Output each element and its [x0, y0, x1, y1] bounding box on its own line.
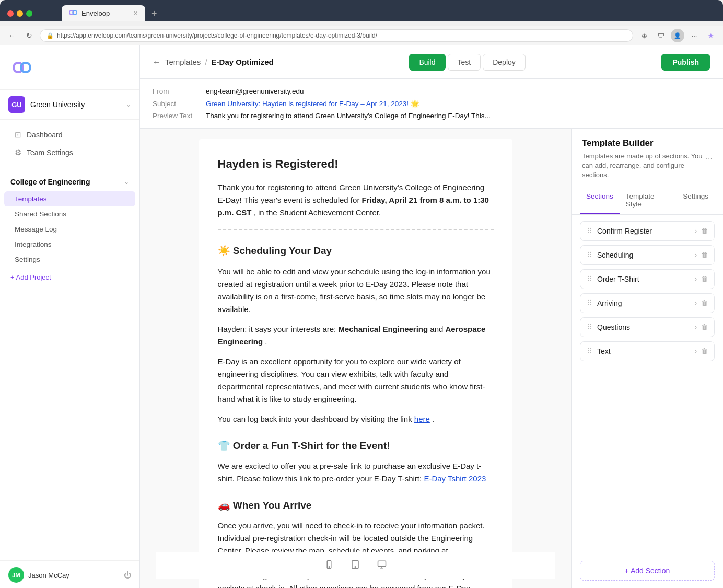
user-info: JM Jason McCay [8, 567, 69, 583]
subject-row: Subject Green University: Hayden is regi… [153, 97, 710, 110]
logout-button[interactable]: ⏻ [124, 571, 131, 579]
address-bar[interactable]: 🔒 https://app.enveloop.com/teams/green-u… [40, 29, 633, 42]
here-link[interactable]: here [414, 414, 430, 423]
section-delete-icon[interactable]: 🗑 [701, 347, 708, 355]
tab-close-icon[interactable]: ✕ [133, 10, 138, 17]
active-tab[interactable]: Enveloop ✕ [62, 5, 145, 21]
user-avatar: JM [8, 567, 24, 583]
tab-build[interactable]: Build [409, 54, 445, 71]
browser-nav-icons: ⊕ 🛡 👤 ··· ★ [637, 29, 718, 42]
interest-1: Mechanical Engineering [338, 325, 428, 333]
sidebar-item-integrations[interactable]: Integrations [4, 237, 135, 252]
sidebar-logo [0, 45, 139, 90]
mobile-view-button[interactable] [320, 558, 338, 573]
section-delete-icon[interactable]: 🗑 [701, 275, 708, 283]
workspace-selector[interactable]: GU Green University ⌄ [0, 90, 139, 120]
tab-settings[interactable]: Settings [677, 187, 715, 214]
breadcrumb-back-icon[interactable]: ← [153, 57, 161, 67]
panel-header-content: Template Builder Templates are made up o… [582, 138, 706, 180]
preview-row: Preview Text Thank you for registering t… [153, 110, 710, 122]
tab-sections[interactable]: Sections [580, 187, 620, 214]
sidebar-item-settings[interactable]: Settings [4, 252, 135, 267]
app-container: GU Green University ⌄ ⊡ Dashboard ⚙ Team… [0, 45, 723, 588]
browser-controls: Enveloop ✕ + [7, 5, 716, 21]
svg-rect-8 [378, 561, 386, 567]
shield-icon[interactable]: 🛡 [654, 29, 668, 42]
panel-sections: ⠿ Confirm Register › 🗑 ⠿ Scheduling › 🗑 … [572, 215, 723, 557]
desktop-view-button[interactable] [372, 558, 391, 573]
section-item-text[interactable]: ⠿ Text › 🗑 [580, 341, 715, 361]
sidebar-item-team-settings[interactable]: ⚙ Team Settings [4, 144, 135, 162]
subject-label: Subject [153, 100, 200, 108]
panel-header: Template Builder Templates are made up o… [572, 129, 723, 187]
browser-nav: ← ↻ 🔒 https://app.enveloop.com/teams/gre… [0, 26, 723, 45]
section-expand-icon[interactable]: › [695, 299, 697, 307]
project-chevron-icon: ⌄ [124, 178, 129, 186]
email-heading: Hayden is Registered! [218, 155, 494, 173]
section-expand-icon[interactable]: › [695, 347, 697, 355]
breadcrumb-templates-link[interactable]: Templates [165, 57, 201, 66]
section-delete-icon[interactable]: 🗑 [701, 323, 708, 331]
section-delete-icon[interactable]: 🗑 [701, 227, 708, 235]
subject-link[interactable]: Green University: Hayden is registered f… [206, 100, 419, 108]
breadcrumb-current: E-Day Optimized [212, 57, 274, 66]
project-header[interactable]: College of Engineering ⌄ [0, 175, 139, 189]
panel-description: Templates are made up of sections. You c… [582, 152, 706, 180]
add-section-button[interactable]: + Add Section [580, 561, 715, 581]
section-item-scheduling[interactable]: ⠿ Scheduling › 🗑 [580, 245, 715, 265]
publish-button[interactable]: Publish [661, 54, 710, 71]
workspace-avatar: GU [8, 96, 25, 113]
drag-handle-icon: ⠿ [587, 275, 592, 283]
section-item-arriving[interactable]: ⠿ Arriving › 🗑 [580, 293, 715, 313]
sidebar-item-templates[interactable]: Templates [4, 191, 135, 206]
section-delete-icon[interactable]: 🗑 [701, 299, 708, 307]
email-preview[interactable]: Hayden is Registered! Thank you for regi… [140, 129, 572, 588]
profile-icon[interactable]: 👤 [671, 29, 684, 42]
section-name: Confirm Register [597, 227, 695, 235]
sidebar-item-label: Team Settings [27, 148, 73, 157]
top-bar-tabs: Build Test Deploy [409, 54, 525, 71]
maximize-button[interactable] [26, 10, 32, 17]
arrive-heading: 🚗 When You Arrive [218, 498, 494, 513]
browser-tab-bar: Enveloop ✕ + [62, 5, 161, 21]
project-items: Templates Shared Sections Message Log In… [0, 189, 139, 269]
panel-menu-icon[interactable]: ··· [706, 154, 713, 164]
main-content: ← Templates / E-Day Optimized Build Test… [140, 45, 723, 588]
back-button[interactable]: ← [5, 30, 19, 41]
panel-tabs: Sections Template Style Settings [572, 187, 723, 215]
section-name: Order T-Shirt [597, 275, 695, 283]
minimize-button[interactable] [17, 10, 23, 17]
sidebar-nav: ⊡ Dashboard ⚙ Team Settings [0, 120, 139, 168]
tablet-view-button[interactable] [346, 558, 364, 573]
section-item-confirm-register[interactable]: ⠿ Confirm Register › 🗑 [580, 221, 715, 241]
section-expand-icon[interactable]: › [695, 275, 697, 283]
from-label: From [153, 87, 200, 95]
close-button[interactable] [7, 10, 14, 17]
tshirt-link[interactable]: E-Day Tshirt 2023 [424, 474, 486, 483]
section-expand-icon[interactable]: › [695, 323, 697, 331]
add-project-button[interactable]: + Add Project [0, 269, 139, 285]
section-name: Questions [597, 323, 695, 331]
section-delete-icon[interactable]: 🗑 [701, 251, 708, 259]
tab-deploy[interactable]: Deploy [483, 54, 526, 71]
new-tab-button[interactable]: + [147, 6, 161, 21]
extensions-icon[interactable]: ⊕ [637, 29, 651, 42]
workspace-chevron-icon: ⌄ [126, 101, 131, 108]
more-icon[interactable]: ··· [687, 29, 701, 42]
sidebar-item-message-log[interactable]: Message Log [4, 222, 135, 237]
sidebar-item-shared-sections[interactable]: Shared Sections [4, 206, 135, 222]
section-item-questions[interactable]: ⠿ Questions › 🗑 [580, 317, 715, 337]
browser-chrome: Enveloop ✕ + [0, 0, 723, 21]
bottom-toolbar [156, 552, 555, 579]
project-title: College of Engineering [10, 178, 90, 186]
section-item-order-tshirt[interactable]: ⠿ Order T-Shirt › 🗑 [580, 269, 715, 289]
refresh-button[interactable]: ↻ [23, 30, 36, 41]
tab-template-style[interactable]: Template Style [620, 187, 677, 214]
sidebar-item-dashboard[interactable]: ⊡ Dashboard [4, 126, 135, 144]
section-expand-icon[interactable]: › [695, 251, 697, 259]
section-expand-icon[interactable]: › [695, 227, 697, 235]
tab-test[interactable]: Test [448, 54, 481, 71]
extension-star-icon[interactable]: ★ [704, 29, 718, 42]
preview-label: Preview Text [153, 112, 200, 120]
from-row: From eng-team@greenuniversity.edu [153, 85, 710, 97]
